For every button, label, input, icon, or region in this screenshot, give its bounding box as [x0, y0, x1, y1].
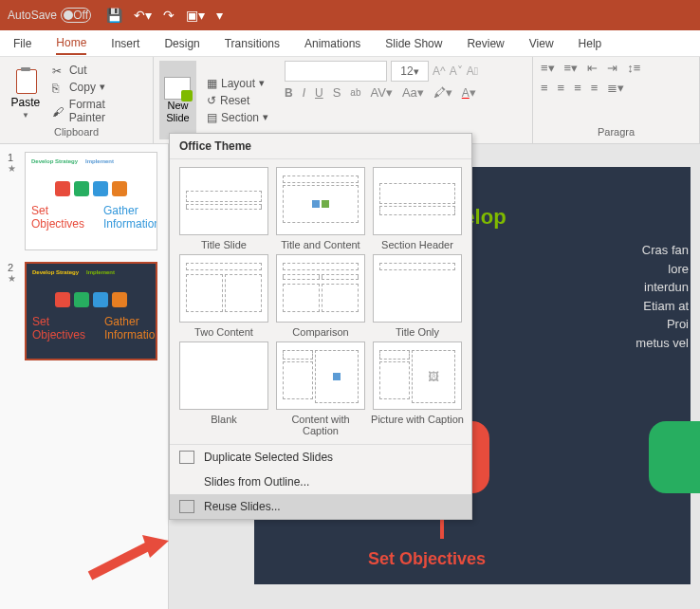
autosave-toggle[interactable]: AutoSave Off [8, 8, 91, 23]
reuse-slides-item[interactable]: Reuse Slides... [170, 494, 471, 519]
undo-icon[interactable]: ↶▾ [134, 8, 152, 23]
toggle-switch[interactable]: Off [61, 8, 91, 23]
cut-icon: ✂ [52, 65, 65, 76]
svg-marker-0 [142, 535, 169, 558]
font-size-select[interactable]: 12▾ [391, 61, 429, 82]
layout-button[interactable]: ▦ Layout ▾ [204, 76, 271, 91]
indent-button[interactable]: ⇥ [607, 61, 617, 75]
font-name-select[interactable] [285, 61, 387, 82]
align-left-button[interactable]: ≡ [541, 81, 548, 95]
save-icon[interactable]: 💾 [106, 8, 122, 23]
align-center-button[interactable]: ≡ [558, 81, 565, 95]
outdent-button[interactable]: ⇤ [587, 61, 598, 75]
thumb-number: 2 [8, 262, 19, 273]
reset-icon: ↺ [207, 94, 216, 107]
tab-view[interactable]: View [529, 33, 554, 54]
columns-button[interactable]: ≣▾ [607, 81, 624, 95]
bold-button[interactable]: B [285, 85, 293, 100]
grow-font-icon[interactable]: A^ [433, 65, 446, 78]
ribbon-tabs: File Home Insert Design Transitions Anim… [0, 30, 700, 57]
tab-help[interactable]: Help [579, 33, 602, 54]
clear-format-icon[interactable]: A⃠ [467, 65, 478, 78]
justify-button[interactable]: ≡ [591, 81, 599, 95]
new-slide-dropdown: Office Theme Title Slide Title and Conte… [169, 133, 472, 520]
bullets-button[interactable]: ≡▾ [541, 61, 555, 75]
dropdown-actions: Duplicate Selected Slides Slides from Ou… [170, 444, 471, 519]
tab-review[interactable]: Review [467, 33, 504, 54]
align-right-button[interactable]: ≡ [574, 81, 581, 95]
highlight-button[interactable]: 🖍▾ [433, 85, 452, 100]
paste-icon [12, 67, 39, 94]
copy-icon: ⎘ [52, 82, 65, 93]
layout-two-content[interactable]: Two Content [177, 254, 270, 338]
layout-comparison[interactable]: Comparison [274, 254, 367, 338]
numbering-button[interactable]: ≡▾ [564, 61, 579, 75]
layout-grid: Title Slide Title and Content Section He… [170, 159, 471, 444]
section-button[interactable]: ▤ Section ▾ [204, 110, 271, 125]
tab-insert[interactable]: Insert [111, 33, 139, 54]
spacing-button[interactable]: AV▾ [370, 85, 392, 100]
format-painter-button[interactable]: 🖌Format Painter [49, 97, 147, 125]
italic-button[interactable]: I [303, 85, 305, 100]
layout-title-only[interactable]: Title Only [371, 254, 464, 338]
redo-icon[interactable]: ↷ [163, 8, 175, 23]
font-group: 12▾ A^ A˅ A⃠ B I U S ab AV▾ Aa▾ 🖍▾ A▾ [277, 57, 533, 143]
new-slide-button[interactable]: New Slide [159, 61, 196, 139]
paragraph-group-label: Paragra [541, 126, 691, 139]
duplicate-icon [179, 451, 194, 464]
quick-access-toolbar: 💾 ↶▾ ↷ ▣▾ ▾ [106, 8, 223, 23]
thumb-number: 1 [8, 152, 19, 163]
tab-animations[interactable]: Animations [304, 33, 360, 54]
paste-button[interactable]: Paste ▼ [6, 61, 46, 126]
tab-design[interactable]: Design [164, 33, 199, 54]
slides-group: New Slide ▦ Layout ▾ ↺ Reset ▤ Section ▾ [154, 57, 277, 143]
thumbnail-item[interactable]: 2★ Develop StrategyImplement Set Objecti… [8, 262, 160, 360]
star-icon: ★ [8, 163, 19, 174]
duplicate-slides-item[interactable]: Duplicate Selected Slides [170, 445, 471, 470]
annotation-arrow [85, 533, 171, 581]
chevron-down-icon: ▼ [22, 111, 29, 120]
new-slide-label: New Slide [166, 100, 189, 122]
shadow-button[interactable]: ab [350, 87, 360, 98]
present-icon[interactable]: ▣▾ [186, 8, 205, 23]
layout-title-content[interactable]: Title and Content [274, 167, 367, 250]
underline-button[interactable]: U [315, 85, 323, 100]
title-bar: AutoSave Off 💾 ↶▾ ↷ ▣▾ ▾ [0, 0, 700, 30]
tab-transitions[interactable]: Transitions [225, 33, 280, 54]
case-button[interactable]: Aa▾ [402, 85, 424, 100]
customize-icon[interactable]: ▾ [216, 8, 223, 23]
slide-thumbnail-1[interactable]: Develop StrategyImplement Set Objectives… [25, 152, 157, 250]
ribbon: Paste ▼ ✂Cut ⎘Copy ▾ 🖌Format Painter Cli… [0, 57, 700, 144]
dropdown-header: Office Theme [170, 134, 471, 159]
font-color-button[interactable]: A▾ [462, 85, 476, 100]
green-shape[interactable] [649, 421, 700, 493]
star-icon: ★ [8, 273, 19, 284]
section-icon: ▤ [207, 111, 217, 124]
copy-button[interactable]: ⎘Copy ▾ [49, 80, 147, 95]
reset-button[interactable]: ↺ Reset [204, 93, 271, 108]
layout-picture-caption[interactable]: 🖼Picture with Caption [371, 341, 464, 436]
line-spacing-button[interactable]: ↕≡ [627, 61, 640, 75]
reuse-icon [179, 500, 194, 513]
layout-section-header[interactable]: Section Header [371, 167, 464, 250]
clipboard-group: Paste ▼ ✂Cut ⎘Copy ▾ 🖌Format Painter Cli… [0, 57, 154, 143]
layout-title-slide[interactable]: Title Slide [177, 167, 270, 250]
slides-from-outline-item[interactable]: Slides from Outline... [170, 470, 471, 494]
tab-slideshow[interactable]: Slide Show [385, 33, 442, 54]
clipboard-group-label: Clipboard [6, 126, 147, 139]
autosave-label: AutoSave [8, 9, 57, 22]
layout-icon: ▦ [207, 77, 217, 90]
objectives-label[interactable]: Set Objectives [368, 549, 486, 569]
paragraph-group: ≡▾ ≡▾ ⇤ ⇥ ↕≡ ≡ ≡ ≡ ≡ ≣▾ Paragra [533, 57, 700, 143]
tab-file[interactable]: File [13, 33, 31, 54]
brush-icon: 🖌 [52, 105, 65, 117]
thumbnail-item[interactable]: 1★ Develop StrategyImplement Set Objecti… [8, 152, 160, 250]
layout-blank[interactable]: Blank [177, 341, 270, 436]
slide-thumbnail-2[interactable]: Develop StrategyImplement Set Objectives… [25, 262, 157, 360]
shrink-font-icon[interactable]: A˅ [450, 65, 463, 78]
layout-content-caption[interactable]: Content with Caption [274, 341, 367, 436]
strike-button[interactable]: S [333, 85, 341, 100]
paste-label: Paste [11, 96, 41, 109]
cut-button[interactable]: ✂Cut [49, 63, 147, 78]
tab-home[interactable]: Home [56, 32, 86, 55]
